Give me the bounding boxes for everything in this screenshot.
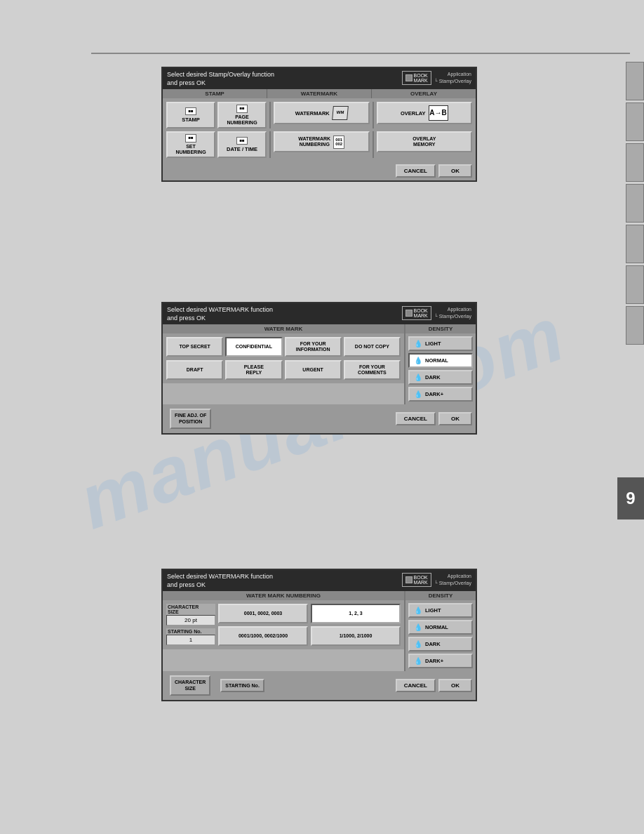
panel2-right: DENSITY 💧 LIGHT 💧 NORMAL 💧 DARK 💧 DARK+ (405, 324, 476, 404)
bookmark-box[interactable]: BOOKMARK (402, 71, 431, 85)
datetime-icon: ■■ (236, 137, 247, 145)
panel3-bookmark-checkbox[interactable] (405, 576, 412, 583)
p3-dark-droplet-icon: 💧 (414, 640, 422, 648)
panel2-cancel-button[interactable]: CANCEL (396, 412, 436, 425)
light-button[interactable]: 💧 LIGHT (408, 336, 473, 351)
panel1-section-headers: STAMP WATERMARK OVERLAY (163, 89, 476, 98)
right-tab-6[interactable] (626, 265, 644, 304)
right-tab-2[interactable] (626, 102, 644, 141)
panel3-header: Select desired WATERMARK function and pr… (163, 570, 476, 591)
overlay-memory-button[interactable]: OVERLAY MEMORY (377, 131, 473, 152)
for-your-comments-button[interactable]: FOR YOURCOMMENTS (344, 360, 401, 380)
divider4 (373, 131, 374, 158)
panel2-title-line1: Select desired WATERMARK function (167, 306, 273, 315)
right-tab-5[interactable] (626, 225, 644, 263)
panel2-ok-button[interactable]: OK (438, 412, 472, 425)
overlay-icon: A→B (429, 105, 448, 121)
numbering-opt-1-1000[interactable]: 1/1000, 2/1000 (311, 626, 401, 646)
wm-numbering-section-label: WATER MARK NUMBERING (163, 591, 404, 600)
watermark-buttons-row2: DRAFT PLEASEREPLY URGENT FOR YOURCOMMENT… (163, 360, 404, 383)
panel1-header: Select desired Stamp/Overlay function an… (163, 68, 476, 89)
panel1-cancel-button[interactable]: CANCEL (396, 164, 436, 178)
panel3-density-buttons: 💧 LIGHT 💧 NORMAL 💧 DARK 💧 DARK+ (405, 600, 476, 671)
panel2-main: WATER MARK TOP SECRET CONFIDENTIAL FOR Y… (163, 324, 476, 404)
stamp-icon: ■■ (185, 107, 196, 115)
dark-plus-button[interactable]: 💧 DARK+ (408, 387, 473, 402)
watermark-panel: Select desired WATERMARK function and pr… (161, 302, 477, 435)
panel2-left: WATER MARK TOP SECRET CONFIDENTIAL FOR Y… (163, 324, 405, 404)
for-your-info-button[interactable]: FOR YOURINFORMATION (285, 337, 342, 357)
numbering-opt-123[interactable]: 1, 2, 3 (311, 604, 401, 623)
panel3-bookmark-box[interactable]: BOOKMARK (402, 573, 431, 587)
char-size-value: 20 pt (166, 615, 215, 626)
panel1-ok-button[interactable]: OK (438, 164, 472, 178)
panel3-header-text: Select desired WATERMARK function and pr… (167, 573, 273, 589)
panel3-cancel-button[interactable]: CANCEL (396, 679, 436, 692)
panel3-section-header: WATER MARK NUMBERING (163, 591, 404, 600)
numbering-opt-0001[interactable]: 0001, 0002, 0003 (218, 604, 308, 623)
panel3-dark-plus-button[interactable]: 💧 DARK+ (408, 654, 473, 668)
normal-button[interactable]: 💧 NORMAL (408, 353, 473, 368)
dark-droplet-icon: 💧 (414, 373, 422, 381)
breadcrumb-line1: Application (434, 71, 471, 78)
char-size-label: CHARACTERSIZE (166, 604, 215, 615)
page-numbering-button[interactable]: ■■ PAGE NUMBERING (217, 102, 267, 128)
panel2-bookmark-box[interactable]: BOOKMARK (402, 306, 431, 320)
page-number-tab: 9 (617, 477, 644, 519)
dark-button[interactable]: 💧 DARK (408, 370, 473, 385)
wm-numbering-col: WATERMARK NUMBERING 001002 (274, 131, 370, 158)
panel3-content: CHARACTERSIZE 20 pt STARTING No. 1 0001,… (163, 600, 404, 649)
urgent-button[interactable]: URGENT (285, 360, 342, 380)
draft-button[interactable]: DRAFT (166, 360, 223, 380)
panel3-dark-button[interactable]: 💧 DARK (408, 637, 473, 651)
bookmark-checkbox[interactable] (405, 74, 412, 81)
panel3-header-right: BOOKMARK Application └ Stamp/Overlay (402, 573, 471, 587)
panel1-header-text: Select desired Stamp/Overlay function an… (167, 71, 274, 87)
p3-light-droplet-icon: 💧 (414, 607, 422, 614)
watermark-preview-icon: WM (332, 106, 349, 120)
watermark-button[interactable]: WATERMARK WM (274, 102, 370, 124)
please-reply-button[interactable]: PLEASEREPLY (225, 360, 282, 380)
divider2 (373, 102, 374, 128)
panel3-left: WATER MARK NUMBERING CHARACTERSIZE 20 pt… (163, 591, 405, 671)
top-secret-button[interactable]: TOP SECRET (166, 337, 223, 357)
panel2-bookmark-checkbox[interactable] (405, 310, 412, 317)
panel3-bookmark-label: BOOKMARK (414, 575, 428, 585)
starting-no-footer-button[interactable]: STARTING No. (220, 679, 264, 692)
panel1-breadcrumb: Application └ Stamp/Overlay (434, 71, 471, 85)
right-tab-1[interactable] (626, 62, 644, 100)
stamp-button[interactable]: ■■ STAMP (166, 102, 215, 128)
panel3-breadcrumb-line2: └ Stamp/Overlay (434, 580, 471, 587)
panel3-density-section-header: DENSITY (405, 591, 476, 600)
fine-adj-button[interactable]: FINE ADJ. OFPOSITION (170, 409, 211, 428)
density-section-header: DENSITY (405, 324, 476, 333)
right-tab-4[interactable] (626, 184, 644, 223)
right-tab-3[interactable] (626, 143, 644, 182)
panel2-breadcrumb-line2: └ Stamp/Overlay (434, 313, 471, 320)
starting-no-section: STARTING No. 1 (166, 628, 215, 645)
date-time-button[interactable]: ■■ DATE / TIME (217, 131, 267, 158)
section-overlay: OVERLAY (372, 89, 476, 98)
numbering-opt-0001-1000[interactable]: 0001/1000, 0002/1000 (218, 626, 308, 646)
panel3-normal-button[interactable]: 💧 NORMAL (408, 620, 473, 635)
panel3-ok-button[interactable]: OK (438, 679, 472, 692)
character-size-footer-button[interactable]: CHARACTER SIZE (170, 675, 210, 695)
panel1-header-right: BOOKMARK Application └ Stamp/Overlay (402, 71, 471, 85)
panel3-light-button[interactable]: 💧 LIGHT (408, 603, 473, 618)
panel3-breadcrumb: Application └ Stamp/Overlay (434, 573, 471, 587)
confidential-button[interactable]: CONFIDENTIAL (225, 337, 282, 357)
right-tabs (626, 62, 644, 345)
panel3-title-line2: and press OK (167, 581, 273, 590)
set-num-icon: ■■ (185, 134, 196, 142)
do-not-copy-button[interactable]: DO NOT COPY (344, 337, 401, 357)
right-tab-7[interactable] (626, 306, 644, 345)
light-droplet-icon: 💧 (414, 340, 422, 348)
numbering-row1: 0001, 0002, 0003 1, 2, 3 (218, 604, 401, 623)
panel2-bookmark-label: BOOKMARK (414, 308, 428, 318)
overlay-button[interactable]: OVERLAY A→B (377, 102, 473, 124)
section-watermark: WATERMARK (267, 89, 372, 98)
p3-normal-droplet-icon: 💧 (414, 623, 422, 631)
set-numbering-button[interactable]: ■■ SET NUMBERING (166, 131, 215, 158)
panel1-row1: ■■ STAMP ■■ PAGE NUMBERING WATERMARK WM (166, 102, 472, 128)
watermark-numbering-button[interactable]: WATERMARK NUMBERING 001002 (274, 131, 370, 152)
